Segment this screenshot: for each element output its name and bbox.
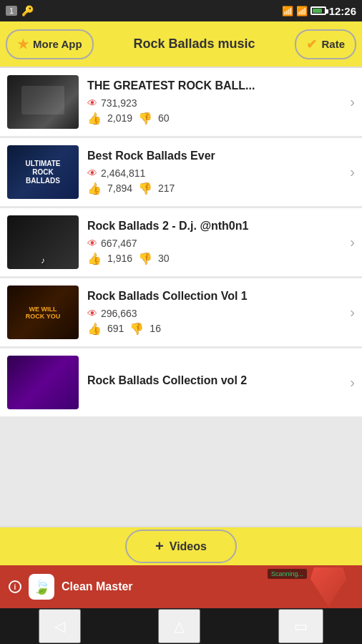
page-title: Rock Ballads music (134, 36, 255, 52)
dislikes-number: 30 (158, 253, 170, 264)
dislike-icon: 👎 (129, 322, 144, 336)
views-number: 731,923 (101, 97, 137, 109)
ad-text: Clean Master (62, 580, 133, 593)
dislikes-number: 60 (158, 112, 170, 124)
eye-icon: 👁 (87, 97, 97, 109)
likes-number: 2,019 (107, 112, 132, 124)
item-stats: 👁 296,663 👍 691 👎 16 (87, 308, 341, 336)
view-count: 👁 731,923 (87, 97, 341, 109)
chevron-right-icon: › (350, 164, 355, 180)
thumbnail (7, 356, 79, 409)
list-item[interactable]: ULTIMATEROCKBALLADS Best Rock Ballads Ev… (0, 138, 362, 206)
wifi-icon: 📶 (282, 6, 293, 16)
notification-icon: 1 (6, 6, 17, 16)
info-icon: i (9, 580, 21, 593)
videos-button[interactable]: + Videos (125, 530, 237, 563)
ad-app-icon: 🍃 (29, 574, 54, 600)
item-info: Rock Ballads Collection Vol 1 👁 296,663 … (87, 289, 341, 335)
view-count: 👁 667,467 (87, 238, 341, 249)
thumbnail: ♪ (7, 215, 79, 269)
chevron-right-icon: › (350, 374, 355, 391)
list-item[interactable]: Rock Ballads Collection vol 2 › (0, 348, 362, 416)
rate-label: Rate (321, 38, 345, 50)
ad-graphic: Scanning... (268, 567, 353, 607)
likes-number: 7,894 (107, 182, 132, 194)
views-number: 2,464,811 (101, 167, 145, 179)
checkmark-icon: ✔ (306, 36, 317, 52)
home-button[interactable] (158, 609, 200, 643)
like-icon: 👍 (87, 252, 102, 265)
item-info: Rock Ballads Collection vol 2 (87, 374, 341, 391)
likes-number: 1,916 (107, 253, 132, 264)
item-info: THE GREATEST ROCK BALL... 👁 731,923 👍 2,… (87, 79, 341, 125)
item-info: Best Rock Ballads Ever 👁 2,464,811 👍 7,8… (87, 149, 341, 195)
item-stats: 👁 2,464,811 👍 7,894 👎 217 (87, 167, 341, 195)
like-dislike: 👍 691 👎 16 (87, 322, 341, 336)
chevron-right-icon: › (350, 234, 355, 250)
status-bar: 1 🔑 📶 📶 12:26 (0, 0, 362, 21)
signal-icon: 📶 (296, 6, 308, 16)
item-title: Rock Ballads Collection vol 2 (87, 374, 341, 387)
key-icon: 🔑 (21, 5, 34, 16)
ad-banner[interactable]: i 🍃 Clean Master Scanning... (0, 565, 362, 608)
plus-icon: + (155, 538, 164, 555)
item-stats: 👁 667,467 👍 1,916 👎 30 (87, 238, 341, 265)
item-info: Rock Ballads 2 - D.j. @nth0n1 👁 667,467 … (87, 219, 341, 265)
item-title: Rock Ballads Collection Vol 1 (87, 289, 341, 303)
dislikes-number: 16 (150, 323, 161, 334)
like-dislike: 👍 7,894 👎 217 (87, 182, 341, 195)
status-right: 📶 📶 12:26 (282, 5, 356, 17)
item-title: THE GREATEST ROCK BALL... (87, 79, 341, 92)
android-nav-bar (0, 608, 362, 644)
shield-icon (310, 567, 346, 607)
bottom-bar: + Videos (0, 526, 362, 565)
eye-icon: 👁 (87, 238, 97, 249)
rate-button[interactable]: ✔ Rate (295, 29, 356, 59)
list-item[interactable]: ♪ Rock Ballads 2 - D.j. @nth0n1 👁 667,46… (0, 208, 362, 276)
view-count: 👁 296,663 (87, 308, 341, 319)
item-title: Best Rock Ballads Ever (87, 149, 341, 162)
header: ★ More App Rock Ballads music ✔ Rate (0, 21, 362, 68)
views-number: 667,467 (101, 238, 137, 249)
recents-button[interactable] (278, 609, 323, 643)
dislike-icon: 👎 (138, 252, 152, 265)
chevron-right-icon: › (350, 94, 355, 110)
star-icon: ★ (17, 36, 29, 52)
like-dislike: 👍 1,916 👎 30 (87, 252, 341, 265)
list-item[interactable]: WE WILLROCK YOU Rock Ballads Collection … (0, 278, 362, 346)
videos-label: Videos (170, 540, 207, 553)
battery-icon (310, 6, 326, 15)
views-number: 296,663 (101, 308, 137, 319)
like-icon: 👍 (87, 182, 102, 195)
content-list: THE GREATEST ROCK BALL... 👁 731,923 👍 2,… (0, 68, 362, 526)
list-item[interactable]: THE GREATEST ROCK BALL... 👁 731,923 👍 2,… (0, 68, 362, 136)
thumbnail: WE WILLROCK YOU (7, 286, 79, 339)
time-display: 12:26 (329, 5, 356, 17)
item-stats: 👁 731,923 👍 2,019 👎 60 (87, 97, 341, 125)
more-app-button[interactable]: ★ More App (6, 29, 94, 59)
like-dislike: 👍 2,019 👎 60 (87, 112, 341, 125)
view-count: 👁 2,464,811 (87, 167, 341, 179)
thumbnail: ULTIMATEROCKBALLADS (7, 145, 79, 199)
thumbnail (7, 75, 79, 129)
dislike-icon: 👎 (138, 112, 152, 125)
eye-icon: 👁 (87, 308, 97, 319)
eye-icon: 👁 (87, 167, 97, 179)
chevron-right-icon: › (350, 304, 355, 321)
item-title: Rock Ballads 2 - D.j. @nth0n1 (87, 219, 341, 233)
back-button[interactable] (39, 609, 81, 643)
status-left: 1 🔑 (6, 5, 34, 16)
dislikes-number: 217 (158, 182, 175, 194)
dislike-icon: 👎 (138, 182, 152, 195)
likes-number: 691 (107, 323, 124, 334)
like-icon: 👍 (87, 112, 102, 125)
like-icon: 👍 (87, 322, 102, 336)
more-app-label: More App (33, 38, 82, 50)
scanning-text: Scanning... (268, 569, 307, 579)
